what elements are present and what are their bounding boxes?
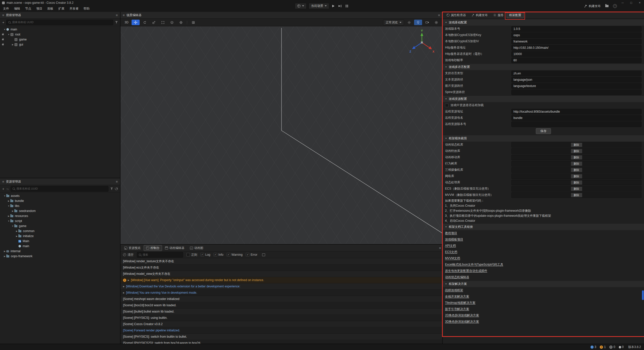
console-filter[interactable]: 正则 <box>186 253 197 257</box>
build-button[interactable]: 构建发布 <box>584 4 601 8</box>
doc-link[interactable]: 教程项目 <box>445 231 457 235</box>
refresh-icon[interactable] <box>115 187 118 190</box>
expand-arrow-icon[interactable]: ▶ <box>7 200 10 202</box>
log-entry[interactable]: [Scene] [PHYSICS]: using builtin. <box>120 315 442 321</box>
expand-arrow-icon[interactable]: ▼ <box>3 28 6 31</box>
console-filter[interactable]: Warning <box>227 253 243 256</box>
console-search-input[interactable]: 搜索 <box>137 252 183 257</box>
menu-item[interactable]: 项目 <box>34 7 45 11</box>
panel-menu-icon[interactable]: ≡ <box>2 13 4 17</box>
console-filter[interactable]: Info <box>214 253 223 256</box>
move-tool-button[interactable] <box>132 20 140 25</box>
section-header[interactable]: ▼游戏资源配置 <box>443 96 644 102</box>
clear-console-button[interactable]: 清空 <box>123 253 134 257</box>
save-button[interactable]: 保存 <box>536 128 551 134</box>
log-entry[interactable]: ▶[Window] You are running Vue in develop… <box>120 290 442 296</box>
menu-item[interactable]: 帮助 <box>81 7 92 11</box>
hierarchy-node-main[interactable]: ▼main <box>0 27 120 32</box>
hierarchy-node-root[interactable]: ▼root <box>0 32 120 37</box>
text-input[interactable]: zh,en <box>511 71 641 76</box>
view-mode-select[interactable]: 正常浏览 <box>383 20 404 25</box>
log-entry[interactable]: [Window] ecs文件夹不存在 <box>120 265 442 271</box>
expand-arrow-icon[interactable]: ▼ <box>7 33 10 36</box>
tab-build-publish[interactable]: 构建发布 <box>469 12 490 18</box>
module-delete-button[interactable]: 删除 <box>571 174 582 179</box>
checkbox-icon[interactable] <box>246 253 249 256</box>
scene-select[interactable]: 当前场景 <box>309 3 329 9</box>
scene-settings-button[interactable] <box>432 20 440 25</box>
text-input[interactable] <box>511 121 641 127</box>
text-input[interactable]: 1.0.5 <box>511 26 641 32</box>
menu-item[interactable]: 文件 <box>1 7 12 11</box>
pivot-toggle-button[interactable] <box>168 20 176 25</box>
status-notifications[interactable]: 0 <box>619 345 624 349</box>
expand-arrow-icon[interactable]: ▶ <box>15 230 18 232</box>
scrollbar[interactable] <box>642 19 644 343</box>
play-button[interactable] <box>331 3 336 9</box>
expand-arrow-icon[interactable]: ▶ <box>7 215 10 217</box>
sort-icon[interactable]: ↑↓ <box>6 187 9 190</box>
doc-link[interactable]: 动画状态机编辑器 <box>445 275 469 279</box>
tab-service[interactable]: 服务 <box>491 12 506 18</box>
tab-property-inspector[interactable]: 属性检查器 <box>444 12 468 18</box>
tab-asset-preview[interactable]: 资源预览 <box>122 245 143 251</box>
scene-viewport[interactable]: Y X Z <box>120 26 442 244</box>
panel-options-icon[interactable]: ≡ <box>439 246 441 250</box>
menu-item[interactable]: 扩展 <box>56 7 67 11</box>
asset-node-game[interactable]: ▼game <box>0 224 120 229</box>
status-info-count[interactable]: i3 <box>590 345 596 349</box>
module-delete-button[interactable]: 删除 <box>571 143 582 147</box>
module-delete-button[interactable]: 删除 <box>571 161 582 166</box>
remote-load-checkbox[interactable] <box>445 104 449 107</box>
asset-node-script[interactable]: ▼script <box>0 218 120 224</box>
text-input[interactable]: bundle <box>511 115 641 121</box>
expand-arrow-icon[interactable]: ▶ <box>3 255 6 257</box>
asset-node-resources[interactable]: ▶resources <box>0 213 120 218</box>
log-entry[interactable]: [Window] render_texture文件夹不存在 <box>120 258 442 265</box>
doc-link[interactable]: 全栈开发解决方案 <box>445 294 469 299</box>
log-entry[interactable]: [Scene] [box2d]:box2d wasm lib loaded. <box>120 302 442 309</box>
panel-menu-icon[interactable]: ≡ <box>2 180 4 184</box>
log-entry[interactable]: [Scene] Cocos Creator v3.8.2 <box>120 321 442 327</box>
log-entry[interactable]: [Scene] Forward render pipeline initiali… <box>120 327 442 334</box>
asset-node-bundle[interactable]: ▶bundle <box>0 198 120 203</box>
text-input[interactable]: framework <box>511 39 641 44</box>
filter-icon[interactable] <box>110 188 113 190</box>
asset-node-oops-framework[interactable]: ▶oops-framework <box>0 254 120 259</box>
expand-arrow-icon[interactable]: ▶ <box>11 43 14 46</box>
add-asset-button[interactable]: + <box>2 187 4 191</box>
text-input[interactable] <box>511 90 641 95</box>
tab-animation-graph[interactable]: 动画图 <box>187 245 206 251</box>
expand-arrow-icon[interactable]: ▶ <box>123 285 125 288</box>
filter-icon[interactable] <box>115 21 118 23</box>
doc-link[interactable]: 2D角色扮演游戏解决方案 <box>445 313 479 318</box>
asset-node-seedrandom[interactable]: ▶seedrandom <box>0 208 120 213</box>
expand-arrow-icon[interactable]: ▶ <box>3 250 6 252</box>
section-header[interactable]: ▼游戏基础配置 <box>443 19 644 26</box>
platform-select[interactable] <box>295 3 307 9</box>
console-filter[interactable]: Log <box>200 253 210 256</box>
checkbox-icon[interactable] <box>200 253 204 256</box>
add-node-button[interactable]: + <box>2 21 4 24</box>
menu-item[interactable]: 开发者 <box>67 7 81 11</box>
hierarchy-node-game[interactable]: game <box>0 37 120 42</box>
doc-link[interactable]: Excel格式转Json文件与TypeScript代码工具 <box>445 262 503 267</box>
section-header[interactable]: ▼框架模块裁剪 <box>443 135 644 142</box>
panel-options-icon[interactable]: ≡ <box>438 13 440 17</box>
expand-arrow-icon[interactable]: ▶ <box>128 279 129 281</box>
asset-node-assets[interactable]: ▼assets <box>0 193 120 198</box>
scene-light-button[interactable] <box>414 20 422 25</box>
expand-arrow-icon[interactable]: ▶ <box>123 292 125 294</box>
module-delete-button[interactable]: 删除 <box>571 155 582 160</box>
asset-node-libs[interactable]: ▼libs <box>0 203 120 208</box>
log-entry[interactable]: !▶[Window] [Vue warn]: Property "onInput… <box>120 277 442 283</box>
log-entry[interactable]: ▶[Window] Download the Vue Devtools exte… <box>120 283 442 290</box>
panel-options-icon[interactable]: ≡ <box>116 13 118 17</box>
menu-item[interactable]: 面板 <box>45 7 56 11</box>
assets-search-input[interactable]: 搜索名称或 UUID <box>11 186 108 192</box>
checkbox-icon[interactable] <box>214 253 217 256</box>
rect-tool-button[interactable] <box>159 20 167 25</box>
hierarchy-search-input[interactable]: 搜索名称或 UUID <box>6 20 113 25</box>
module-delete-button[interactable]: 删除 <box>571 193 582 197</box>
log-entry[interactable]: [Scene] [PHYSICS2D]: switch from box2d-w… <box>120 340 442 344</box>
